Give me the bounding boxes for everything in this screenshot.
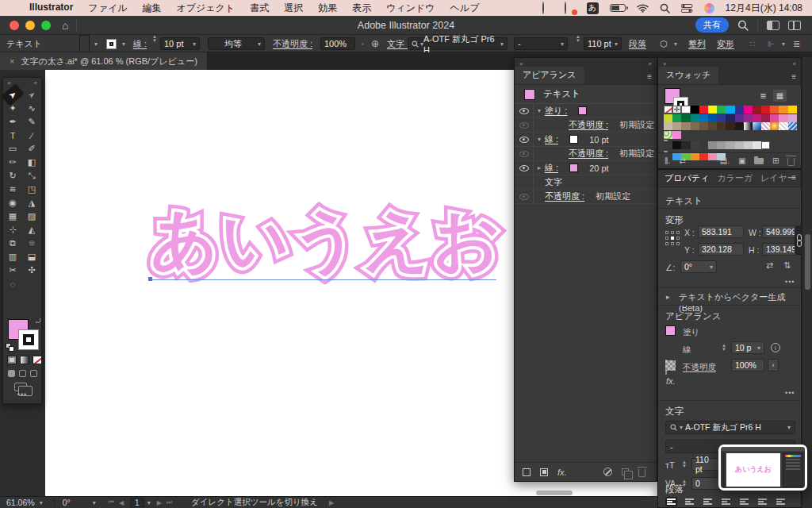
panel-menu-icon[interactable]: ≡ <box>791 72 796 81</box>
swatch-color[interactable] <box>770 106 779 114</box>
isolate-icon[interactable]: ⊩ <box>768 35 775 52</box>
gradient-mode-button[interactable] <box>20 356 29 364</box>
swatch-grad-bw[interactable] <box>744 122 753 130</box>
paintbrush-tool[interactable]: ✐ <box>22 142 41 156</box>
fill-chevron-icon[interactable]: ▾ <box>94 35 98 52</box>
swatch-color[interactable] <box>735 141 744 149</box>
globe-icon[interactable]: ⊕ <box>371 35 379 52</box>
select-similar-icon[interactable]: ⸬ <box>750 35 755 52</box>
swatch-color[interactable] <box>753 141 761 149</box>
delete-swatch-icon[interactable] <box>787 158 795 166</box>
color-mode-button[interactable] <box>7 356 17 364</box>
swatch-color[interactable] <box>761 114 770 122</box>
swatch-color[interactable] <box>664 122 672 130</box>
rotation-select[interactable]: 0°▾ <box>680 260 717 273</box>
opacity-swatch[interactable] <box>665 360 676 371</box>
stroke-info-icon[interactable]: i <box>771 343 780 352</box>
align-button-1[interactable] <box>684 497 695 506</box>
menu-item-6[interactable]: 効果 <box>318 2 337 15</box>
menu-item-0[interactable]: Illustrator <box>29 2 73 15</box>
scale-tool[interactable]: ⤡ <box>22 169 41 183</box>
swatch-color[interactable] <box>735 122 744 130</box>
workspace-switcher-icon[interactable] <box>788 21 801 30</box>
shape-builder-tool[interactable]: ◉ <box>3 196 22 210</box>
open-theme-icon[interactable]: ⇄ <box>679 156 685 165</box>
swatch-color[interactable] <box>788 106 797 114</box>
swap-fill-stroke-icon[interactable]: ⤾ <box>36 318 41 325</box>
appearance-target-row[interactable]: テキスト <box>515 85 657 104</box>
appearance-tab[interactable]: アピアランス <box>515 67 584 84</box>
touch-type-icon[interactable]: ⬡ <box>660 35 668 52</box>
swatch-color[interactable] <box>681 122 690 130</box>
type-tool[interactable]: T <box>3 129 22 142</box>
y-field[interactable]: 320.128 <box>698 243 744 256</box>
stroke-width-select[interactable]: 10 p▾ <box>731 341 764 354</box>
status-expand-icon[interactable]: ▶ <box>329 499 334 506</box>
swatch-color[interactable] <box>708 114 717 122</box>
share-button[interactable]: 共有 <box>695 17 729 33</box>
swatch-color[interactable] <box>726 114 734 122</box>
menu-item-7[interactable]: 表示 <box>352 2 371 15</box>
next-artboard-icon[interactable]: ▶ <box>157 499 162 506</box>
canvas-text[interactable]: あいうえお <box>151 203 504 276</box>
visibility-toggle[interactable] <box>515 118 534 132</box>
swatch-options-icon[interactable]: ▣ <box>738 156 745 165</box>
rectangle-tool[interactable]: ▭ <box>3 142 22 156</box>
first-artboard-icon[interactable]: ⏮ <box>109 498 114 506</box>
visibility-toggle[interactable] <box>515 104 534 117</box>
opacity-field[interactable]: 100% <box>320 37 355 50</box>
appearance-row-3[interactable]: 不透明度 :初期設定 <box>515 147 657 161</box>
swatch-pat-white[interactable] <box>779 122 787 130</box>
free-transform-tool[interactable]: ◳ <box>22 183 41 196</box>
zoom-chevron-icon[interactable]: ▾ <box>40 499 43 506</box>
stroke-color-control[interactable] <box>18 329 39 350</box>
screen-mirroring-icon[interactable] <box>542 2 553 13</box>
properties-tab-1[interactable]: カラーガ <box>717 172 753 184</box>
measure-tool[interactable]: ⊹ <box>3 223 22 237</box>
perspective-grid-tool[interactable]: ◮ <box>22 196 41 210</box>
swatch-color[interactable] <box>691 106 699 114</box>
swatch-color[interactable] <box>779 114 787 122</box>
swatch-color[interactable] <box>681 141 690 149</box>
line-segment-tool[interactable]: ∕ <box>22 129 41 142</box>
expand-icon[interactable]: ▸ <box>534 164 545 171</box>
color-group-folder-icon[interactable] <box>664 141 672 149</box>
swatch-none[interactable] <box>664 106 672 114</box>
menu-bar-clock[interactable]: 12月4日(水) 14:08 <box>726 2 802 15</box>
swatch-color[interactable] <box>779 106 787 114</box>
appearance-row-2[interactable]: ▾線 :10 pt <box>515 133 657 147</box>
zoom-level[interactable]: 61.06% <box>6 498 35 507</box>
home-icon[interactable]: ⌂ <box>62 19 68 32</box>
duplicate-item-icon[interactable] <box>622 468 629 475</box>
align-button-2[interactable] <box>702 497 714 506</box>
isolate-chevron-icon[interactable]: ▾ <box>782 35 785 52</box>
wifi-icon[interactable] <box>637 3 649 13</box>
pink-swatch[interactable] <box>578 106 587 115</box>
appearance-row-5[interactable]: 文字 <box>515 175 657 190</box>
panel-menu-icon[interactable]: ≡ <box>647 72 652 81</box>
battery-icon[interactable] <box>610 4 626 12</box>
add-effect-icon[interactable]: fx. <box>557 468 567 477</box>
stroke-weight-link[interactable]: 線 : <box>133 35 147 52</box>
swatch-color[interactable] <box>699 106 708 114</box>
character-link[interactable]: 文字 : <box>387 35 409 52</box>
horizontal-scrollbar[interactable] <box>536 491 573 495</box>
menu-item-9[interactable]: ヘルプ <box>450 2 480 15</box>
appearance-row-0[interactable]: ▾塗り : <box>515 104 657 118</box>
swatch-color[interactable] <box>744 106 753 114</box>
delete-item-icon[interactable] <box>638 469 645 477</box>
draw-normal-button[interactable] <box>8 370 15 377</box>
text-to-vector-button[interactable]: テキストからベクター生成 (Beta) <box>679 291 801 313</box>
align-link[interactable]: 整列 <box>688 35 706 52</box>
swatch-pat-floral[interactable] <box>664 131 672 139</box>
list-view-button[interactable]: ≣ <box>756 90 770 102</box>
swatch-color[interactable] <box>761 141 770 149</box>
menu-item-4[interactable]: 書式 <box>250 2 269 15</box>
control-center-icon[interactable] <box>681 4 693 13</box>
control-bar-menu-icon[interactable]: ≣ <box>793 35 800 52</box>
swatch-color[interactable] <box>788 114 797 122</box>
flip-vertical-icon[interactable]: ⇅ <box>783 260 791 271</box>
swatch-kinds-icon[interactable]: ▤. <box>720 156 730 165</box>
flip-horizontal-icon[interactable]: ⇄ <box>766 260 773 271</box>
pen-tool[interactable]: ✒ <box>3 115 22 129</box>
